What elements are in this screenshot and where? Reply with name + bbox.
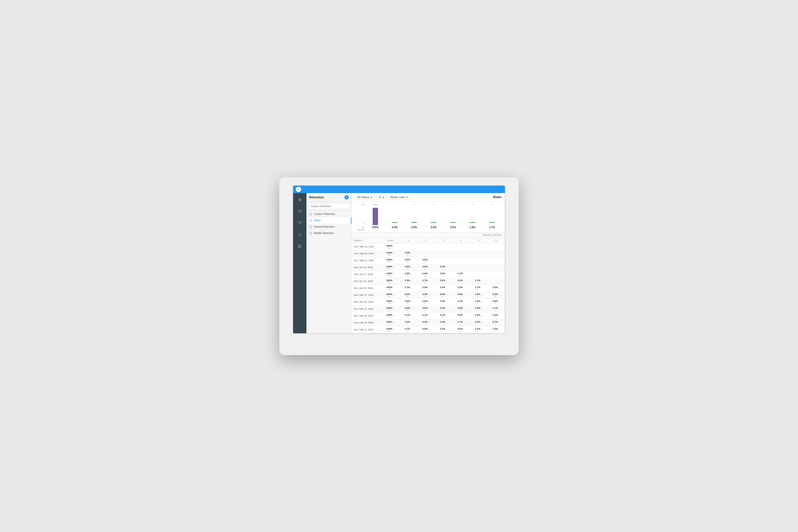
cell-arrow[interactable]: ›: [446, 273, 447, 276]
cell-arrow[interactable]: ›: [394, 301, 394, 303]
cell-arrow[interactable]: ›: [394, 328, 394, 331]
cell-arrow[interactable]: ›: [464, 315, 465, 317]
left-panel: Retention + Custom Retention: [306, 193, 352, 333]
cell-percent: 100%: [386, 265, 392, 268]
nav-item-shared-retention[interactable]: Shared Retention: [306, 224, 352, 230]
cell-arrow[interactable]: ›: [429, 322, 430, 324]
date-cell: Sun, Feb 28, 2016: [352, 319, 381, 326]
cell-arrow[interactable]: ›: [411, 308, 412, 310]
cell-arrow[interactable]: ›: [464, 301, 465, 303]
cell-arrow[interactable]: ›: [429, 280, 430, 283]
cell-count: 7: [440, 289, 445, 290]
chart-container: 100 0 Initial: [355, 203, 502, 232]
cell-arrow[interactable]: ›: [394, 259, 394, 262]
cell-arrow[interactable]: ›: [464, 273, 465, 276]
cell-arrow[interactable]: ›: [411, 266, 412, 269]
cell-arrow[interactable]: ›: [411, 280, 412, 283]
cell-arrow[interactable]: ›: [464, 308, 465, 310]
cell-count: 7: [475, 309, 480, 311]
cell-arrow[interactable]: ›: [411, 315, 412, 317]
cell-arrow[interactable]: ›: [394, 287, 394, 289]
cell-arrow[interactable]: ›: [481, 294, 482, 296]
cell-arrow[interactable]: ›: [446, 322, 447, 324]
cell-arrow[interactable]: ›: [394, 308, 394, 310]
cell-arrow[interactable]: ›: [429, 308, 430, 310]
all-visitors-dropdown[interactable]: All Visitors ▾: [355, 195, 375, 200]
sidebar-icon-refresh[interactable]: [296, 231, 304, 238]
nav-item-mobile-retention[interactable]: Mobile Retention: [306, 230, 352, 236]
cell-arrow[interactable]: ›: [464, 294, 465, 296]
cell-arrow[interactable]: ›: [481, 280, 482, 283]
value-cell: 2.0%6›: [487, 285, 505, 291]
weeks-count-dropdown[interactable]: 12 ▾: [376, 195, 386, 200]
cell-arrow[interactable]: ›: [429, 266, 430, 269]
value-cell: 100%318›: [381, 312, 400, 319]
cell-arrow[interactable]: ›: [446, 294, 447, 296]
cell-arrow[interactable]: ›: [464, 322, 465, 324]
add-retention-button[interactable]: +: [344, 195, 349, 200]
cell-arrow[interactable]: ›: [394, 322, 394, 324]
cell-arrow[interactable]: ›: [464, 280, 465, 283]
sidebar-icon-funnel[interactable]: [296, 219, 304, 227]
cell-arrow[interactable]: ›: [411, 301, 412, 303]
value-cell: 4.5%15›: [400, 264, 417, 271]
cell-arrow[interactable]: ›: [411, 273, 412, 276]
cell-arrow[interactable]: ›: [429, 273, 430, 276]
cell-arrow[interactable]: ›: [394, 315, 394, 317]
cell-arrow[interactable]: ›: [394, 294, 394, 296]
cell-arrow[interactable]: ›: [429, 259, 430, 262]
cell-arrow[interactable]: ›: [481, 287, 482, 289]
cell-arrow[interactable]: ›: [411, 328, 412, 331]
cell-arrow[interactable]: ›: [499, 308, 500, 310]
cell-arrow[interactable]: ›: [411, 252, 412, 255]
search-input[interactable]: [308, 204, 349, 209]
cell-arrow[interactable]: ›: [446, 301, 447, 303]
cell-arrow[interactable]: ›: [446, 287, 447, 289]
cell-arrow[interactable]: ›: [481, 315, 482, 317]
cell-arrow[interactable]: ›: [429, 328, 430, 331]
sidebar-icon-pages[interactable]: [296, 243, 304, 250]
cell-arrow[interactable]: ›: [429, 301, 430, 303]
cell-arrow[interactable]: ›: [394, 252, 394, 255]
cell-arrow[interactable]: ›: [499, 287, 500, 289]
cell-count: 15: [405, 268, 411, 270]
cell-arrow[interactable]: ›: [499, 315, 500, 317]
value-cell: 3.3%10›: [487, 291, 505, 299]
cell-arrow[interactable]: ›: [429, 294, 430, 296]
cell-arrow[interactable]: ›: [446, 328, 447, 331]
cell-arrow[interactable]: ›: [481, 308, 482, 310]
cell-arrow[interactable]: ›: [499, 328, 500, 331]
cell-arrow[interactable]: ›: [446, 315, 447, 317]
value-cell: 2.5%8›: [470, 312, 487, 319]
cell-arrow[interactable]: ›: [446, 266, 447, 269]
header-weeks: Weeks ▾: [352, 238, 381, 243]
cell-arrow[interactable]: ›: [411, 294, 412, 296]
value-cell: ·: [417, 243, 435, 250]
cell-arrow[interactable]: ›: [481, 328, 482, 331]
cell-arrow[interactable]: ›: [411, 322, 412, 324]
nav-item-water[interactable]: Water: [306, 217, 352, 224]
cell-percent: 4.5%: [422, 265, 428, 268]
sidebar-icon-users[interactable]: [296, 208, 304, 215]
cell-arrow[interactable]: ›: [481, 301, 482, 303]
cell-arrow[interactable]: ›: [394, 266, 394, 269]
cell-arrow[interactable]: ›: [481, 322, 482, 324]
cell-arrow[interactable]: ›: [394, 280, 394, 283]
cell-arrow[interactable]: ›: [394, 273, 394, 276]
cell-arrow[interactable]: ›: [446, 280, 447, 283]
cell-percent: 2.3%: [440, 300, 445, 302]
cell-arrow[interactable]: ›: [499, 294, 500, 296]
cell-arrow[interactable]: ›: [499, 301, 500, 303]
nav-item-custom-retention[interactable]: Custom Retention: [306, 211, 352, 217]
cell-arrow[interactable]: ›: [429, 287, 430, 289]
cell-arrow[interactable]: ›: [446, 308, 447, 310]
sidebar-icon-clock[interactable]: ⊙: [296, 196, 304, 203]
weeks-later-dropdown[interactable]: Weeks Later ▾: [388, 195, 410, 200]
cell-arrow[interactable]: ›: [411, 287, 412, 289]
cell-arrow[interactable]: ›: [411, 259, 412, 262]
cell-arrow[interactable]: ›: [464, 287, 465, 289]
cell-arrow[interactable]: ›: [464, 328, 465, 331]
cell-arrow[interactable]: ›: [499, 322, 500, 324]
cell-arrow[interactable]: ›: [429, 315, 430, 317]
cell-arrow[interactable]: ›: [394, 246, 394, 248]
